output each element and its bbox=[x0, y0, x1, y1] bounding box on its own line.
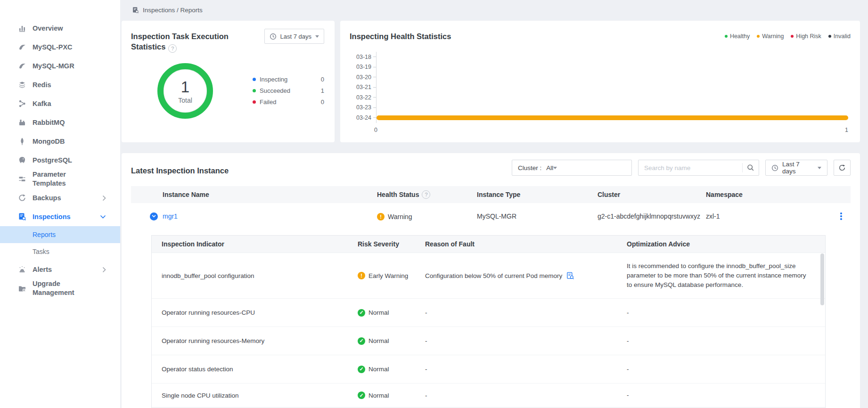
sidebar-item-label: Upgrade Management bbox=[33, 279, 88, 297]
cluster-cell: g2-c1-abcdefghijklmnopqrstuvwxyz bbox=[598, 212, 706, 220]
sidebar-item-label: Kafka bbox=[33, 99, 51, 108]
row-actions-menu[interactable] bbox=[832, 211, 851, 222]
scrollbar-thumb[interactable] bbox=[820, 253, 824, 305]
restore-icon bbox=[18, 194, 26, 202]
sidebar-item-mysql-pxc[interactable]: MySQL-PXC bbox=[0, 38, 120, 57]
sidebar-item-alerts[interactable]: Alerts bbox=[0, 260, 120, 279]
sidebar-item-mongodb[interactable]: MongoDB bbox=[0, 132, 120, 151]
folder-gear-icon bbox=[18, 284, 26, 293]
sidebar-item-label: RabbitMQ bbox=[33, 118, 65, 127]
col-reason-of-fault: Reason of Fault bbox=[425, 240, 627, 248]
date-range-dropdown[interactable]: Last 7 days bbox=[264, 29, 325, 44]
view-report-doc-icon[interactable] bbox=[566, 272, 574, 280]
sidebar-subitem-tasks[interactable]: Tasks bbox=[0, 243, 120, 260]
leaf-icon bbox=[18, 137, 26, 146]
health-statistics-card: Inspecting Health Statistics Healthy War… bbox=[340, 21, 860, 142]
col-inspection-indicator: Inspection Indicator bbox=[152, 240, 358, 248]
bar-track bbox=[376, 92, 848, 103]
legend-label: High Risk bbox=[796, 33, 821, 40]
legend-label: Inspecting bbox=[260, 76, 287, 83]
status-badge: ! Warning bbox=[377, 213, 412, 220]
y-axis-label: 03-22 bbox=[350, 94, 371, 101]
search-icon[interactable] bbox=[743, 164, 759, 171]
y-axis-label: 03-21 bbox=[350, 84, 371, 90]
legend-item: Healthy bbox=[725, 33, 750, 40]
severity-badge: ✓Normal bbox=[358, 337, 389, 345]
sidebar-subitem-reports[interactable]: Reports bbox=[0, 226, 120, 243]
donut-total-label: Total bbox=[178, 97, 192, 104]
help-icon[interactable]: ? bbox=[168, 44, 177, 53]
sidebar-item-mysql-mgr[interactable]: MySQL-MGR bbox=[0, 57, 120, 75]
donut-total-value: 1 bbox=[181, 78, 189, 96]
reason-text: - bbox=[425, 337, 627, 344]
sidebar-item-kafka[interactable]: Kafka bbox=[0, 94, 120, 113]
sidebar-item-label: PostgreSQL bbox=[33, 156, 72, 165]
detail-row: Operator running resources-CPU ✓Normal -… bbox=[152, 299, 825, 327]
check-icon: ✓ bbox=[358, 366, 365, 373]
sidebar-item-overview[interactable]: Overview bbox=[0, 19, 120, 38]
severity-badge: ✓Normal bbox=[358, 366, 389, 373]
bar-track bbox=[376, 113, 848, 123]
legend-dot-warning bbox=[757, 35, 760, 38]
chart-row: 03-21 bbox=[350, 82, 848, 93]
sidebar-item-rabbitmq[interactable]: RabbitMQ bbox=[0, 113, 120, 132]
cluster-filter-label: Cluster : bbox=[518, 164, 541, 171]
check-icon: ✓ bbox=[358, 309, 365, 317]
chevron-right-icon bbox=[98, 195, 106, 201]
table-controls: Cluster : All Last 7 days bbox=[512, 160, 851, 176]
date-range-dropdown[interactable]: Last 7 days bbox=[765, 160, 827, 176]
cluster-filter-dropdown[interactable]: Cluster : All bbox=[512, 160, 632, 176]
instance-name-link[interactable]: mgr1 bbox=[163, 212, 178, 220]
sidebar-item-label: MySQL-PXC bbox=[33, 43, 73, 52]
legend-value: 0 bbox=[321, 76, 324, 83]
sidebar-item-label: Parameter Templates bbox=[33, 170, 88, 188]
sidebar-item-inspections[interactable]: Inspections bbox=[0, 207, 120, 226]
sidebar-item-redis[interactable]: Redis bbox=[0, 75, 120, 94]
inspection-report-icon bbox=[18, 212, 26, 221]
caret-down-icon bbox=[818, 167, 821, 169]
sidebar: Overview MySQL-PXC MySQL-MGR Redis Kafka bbox=[0, 0, 120, 408]
breadcrumb-text: Inspections / Reports bbox=[143, 7, 203, 14]
sidebar-item-postgresql[interactable]: PostgreSQL bbox=[0, 151, 120, 170]
legend-item: Failed 0 bbox=[253, 96, 324, 107]
refresh-button[interactable] bbox=[834, 160, 851, 176]
rabbitmq-icon bbox=[18, 118, 26, 127]
caret-down-icon bbox=[315, 35, 319, 38]
check-icon: ✓ bbox=[358, 392, 365, 399]
card-title: Inspection Task Execution Statistics? bbox=[131, 31, 244, 53]
indicator-cell: Operator running resources-Memory bbox=[152, 337, 358, 344]
legend-dot-failed bbox=[253, 100, 256, 104]
advice-cell: - bbox=[627, 308, 825, 318]
reason-text: - bbox=[425, 366, 627, 373]
legend-dot-healthy bbox=[725, 35, 728, 38]
advice-cell: It is recommended to configure the innod… bbox=[627, 261, 825, 290]
legend-dot-inspecting bbox=[253, 78, 256, 81]
legend-value: 1 bbox=[321, 87, 324, 94]
inspection-report-icon bbox=[132, 7, 139, 14]
sidebar-item-label: Alerts bbox=[33, 265, 52, 274]
namespace-cell: zxl-1 bbox=[706, 212, 832, 220]
elephant-icon bbox=[18, 156, 26, 164]
sidebar-item-label: MySQL-MGR bbox=[33, 62, 74, 71]
col-cluster: Cluster bbox=[598, 191, 706, 198]
siren-icon bbox=[18, 265, 26, 274]
y-axis-label: 03-20 bbox=[350, 74, 371, 81]
search-input[interactable] bbox=[639, 164, 742, 171]
bar-track bbox=[376, 72, 848, 82]
severity-badge: ! Early Warning bbox=[358, 272, 408, 279]
sidebar-item-backups[interactable]: Backups bbox=[0, 188, 120, 207]
dolphin-icon bbox=[18, 43, 26, 51]
chart-row: 03-19 bbox=[350, 62, 848, 73]
sidebar-item-parameter-templates[interactable]: Parameter Templates bbox=[0, 170, 120, 188]
detail-row: Operator status detection ✓Normal - - bbox=[152, 355, 825, 384]
health-legend: Healthy Warning High Risk Invalid bbox=[725, 33, 851, 40]
collapse-row-button[interactable] bbox=[150, 212, 158, 220]
legend-item: High Risk bbox=[791, 33, 821, 40]
advice-cell: - bbox=[627, 336, 825, 346]
task-execution-card: Inspection Task Execution Statistics? La… bbox=[122, 21, 335, 142]
chart-row: 03-24 bbox=[350, 113, 848, 123]
sidebar-item-upgrade-management[interactable]: Upgrade Management bbox=[0, 279, 120, 298]
warning-bar[interactable] bbox=[377, 115, 848, 120]
help-icon[interactable]: ? bbox=[422, 190, 430, 199]
col-risk-severity: Risk Severity bbox=[358, 240, 425, 248]
